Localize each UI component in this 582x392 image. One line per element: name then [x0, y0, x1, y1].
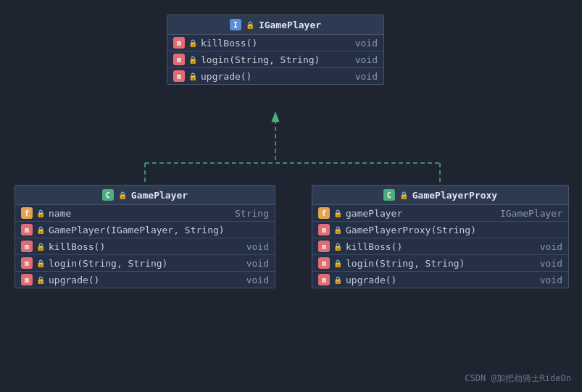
field-type-1: String [228, 208, 269, 219]
gameplayer-box: C 🔒 GamePlayer f 🔒 name String m 🔒 GameP… [14, 185, 275, 288]
gp-method-name-3: login(String, String) [49, 258, 167, 269]
gp-method-name-2: killBoss() [49, 241, 105, 252]
proxy-method-type-2: void [533, 241, 562, 252]
gp-method-name-4: upgrade() [49, 275, 99, 285]
gameplayerproxy-header: C 🔒 GamePlayerProxy [312, 185, 568, 205]
proxy-field-name-1: gamePlayer [346, 208, 402, 219]
gameplayer-method-2: m 🔒 killBoss() void [15, 238, 275, 255]
proxy-method-lock-3: 🔒 [333, 258, 343, 268]
diagram-container: I 🔒 IGamePlayer m 🔒 killBoss() void m 🔒 … [0, 0, 582, 392]
watermark: CSDN @加把劲骑士RideOn [465, 372, 571, 385]
gameplayer-badge: C [102, 189, 114, 201]
gameplayerproxy-method-3: m 🔒 login(String, String) void [312, 255, 568, 272]
gameplayerproxy-title: GamePlayerProxy [412, 190, 497, 201]
method-lock-3: 🔒 [188, 71, 198, 81]
method-type-2: void [348, 54, 378, 65]
proxy-method-name-4: upgrade() [346, 275, 396, 285]
gp-method-type-2: void [239, 241, 269, 252]
proxy-field-type-1: IGamePlayer [493, 208, 562, 219]
gameplayerproxy-badge: C [383, 189, 395, 201]
method-type-3: void [348, 71, 378, 82]
igameplayer-header: I 🔒 IGamePlayer [167, 15, 383, 35]
gameplayerproxy-field-1: f 🔒 gamePlayer IGamePlayer [312, 205, 568, 222]
gameplayer-lock-icon: 🔒 [117, 190, 128, 200]
proxy-method-badge-1: m [318, 224, 330, 235]
igameplayer-lock-icon: 🔒 [245, 20, 255, 30]
method-name-1: killBoss() [201, 38, 257, 49]
gameplayerproxy-method-1: m 🔒 GamePlayerProxy(String) [312, 222, 568, 238]
igameplayer-method-1: m 🔒 killBoss() void [167, 35, 383, 51]
field-badge-1: f [21, 207, 33, 219]
igameplayer-badge: I [230, 19, 241, 30]
proxy-method-name-2: killBoss() [346, 241, 402, 252]
gameplayer-title: GamePlayer [131, 190, 188, 201]
gameplayerproxy-lock-icon: 🔒 [399, 190, 409, 200]
gameplayer-method-3: m 🔒 login(String, String) void [15, 255, 275, 272]
proxy-method-badge-2: m [318, 241, 330, 252]
gp-method-lock-1: 🔒 [36, 225, 46, 235]
method-badge-3: m [173, 70, 185, 82]
gp-method-badge-1: m [21, 224, 33, 235]
gameplayer-method-1: m 🔒 GamePlayer(IGamePlayer, String) [15, 222, 275, 238]
gp-method-badge-2: m [21, 241, 33, 252]
method-lock-2: 🔒 [188, 54, 198, 64]
field-name-1: name [49, 208, 71, 219]
proxy-field-lock-1: 🔒 [333, 208, 343, 218]
method-type-1: void [348, 38, 378, 49]
gp-method-name-1: GamePlayer(IGamePlayer, String) [49, 225, 225, 235]
igameplayer-method-3: m 🔒 upgrade() void [167, 68, 383, 84]
arrow-head [272, 112, 279, 122]
igameplayer-title: IGamePlayer [259, 20, 321, 30]
proxy-method-type-4: void [533, 275, 562, 285]
proxy-method-badge-4: m [318, 274, 330, 285]
proxy-method-name-3: login(String, String) [346, 258, 465, 269]
proxy-field-badge-1: f [318, 207, 330, 219]
method-lock-1: 🔒 [188, 38, 198, 48]
gp-method-badge-4: m [21, 274, 33, 285]
proxy-method-lock-1: 🔒 [333, 225, 343, 235]
gameplayerproxy-method-2: m 🔒 killBoss() void [312, 238, 568, 255]
proxy-method-name-1: GamePlayerProxy(String) [346, 225, 476, 235]
igameplayer-method-2: m 🔒 login(String, String) void [167, 51, 383, 68]
method-badge-2: m [173, 54, 185, 65]
gameplayer-field-1: f 🔒 name String [15, 205, 275, 222]
gameplayer-method-4: m 🔒 upgrade() void [15, 272, 275, 288]
proxy-method-lock-2: 🔒 [333, 241, 343, 251]
gp-method-lock-3: 🔒 [36, 258, 46, 268]
proxy-method-badge-3: m [318, 257, 330, 269]
method-badge-1: m [173, 37, 185, 49]
method-name-2: login(String, String) [201, 54, 320, 65]
gp-method-type-3: void [239, 258, 269, 269]
method-name-3: upgrade() [201, 71, 251, 82]
gp-method-badge-3: m [21, 257, 33, 269]
proxy-method-lock-4: 🔒 [333, 275, 343, 285]
gp-method-type-4: void [239, 275, 269, 285]
gameplayerproxy-method-4: m 🔒 upgrade() void [312, 272, 568, 288]
field-lock-1: 🔒 [36, 208, 46, 218]
gameplayer-header: C 🔒 GamePlayer [15, 185, 275, 205]
gameplayerproxy-box: C 🔒 GamePlayerProxy f 🔒 gamePlayer IGame… [312, 185, 569, 288]
gp-method-lock-2: 🔒 [36, 241, 46, 251]
proxy-method-type-3: void [533, 258, 562, 269]
gp-method-lock-4: 🔒 [36, 275, 46, 285]
igameplayer-box: I 🔒 IGamePlayer m 🔒 killBoss() void m 🔒 … [167, 14, 384, 85]
